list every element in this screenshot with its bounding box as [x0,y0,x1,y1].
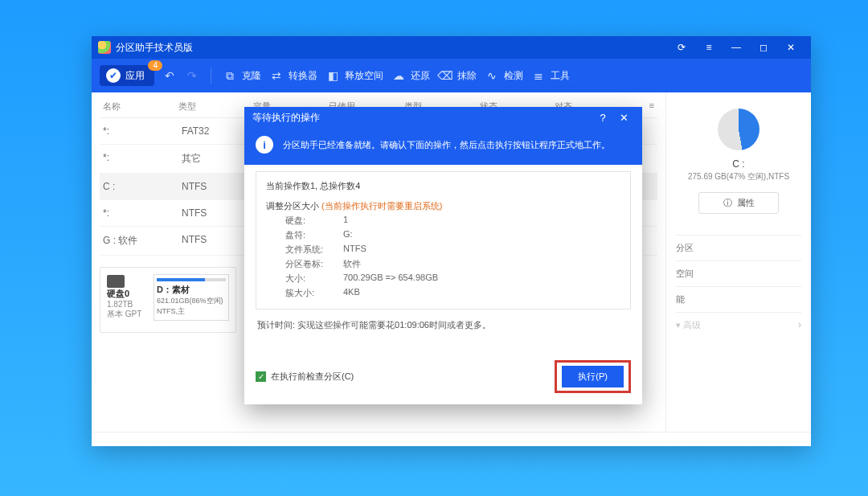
info-circle-icon: i [256,136,273,154]
redo-icon[interactable]: ↷ [185,68,199,83]
dialog-footer: ✓ 在执行前检查分区(C) 执行(P) [244,352,642,404]
tool-freespace[interactable]: ◧释放空间 [326,68,383,83]
toolbar: ✔ 应用 4 ↶ ↷ ⧉克隆 ⇄转换器 ◧释放空间 ☁还原 ⌫抹除 ∿检测 ≣工… [92,59,811,92]
scrollbar[interactable] [617,174,628,307]
execute-button[interactable]: 执行(P) [562,366,624,387]
drive-pie-icon [718,109,760,150]
kv-letter: 盘符:G: [285,229,620,241]
restore-icon: ☁ [391,68,406,83]
tool-restore-label: 还原 [411,69,430,83]
section-advanced[interactable]: ▾ 高级› [676,312,801,338]
dialog-body: 当前操作数1, 总操作数4 调整分区大小 (当前操作执行时需要重启系统) 硬盘:… [244,165,642,352]
disk-icon [107,275,125,288]
right-pane: C : 275.69 GB(47% 空闲),NTFS ⓘ 属性 分区 空间 能 … [666,92,811,432]
info-icon: ⓘ [723,197,732,209]
dialog-close-icon[interactable]: ✕ [613,112,634,124]
col-type[interactable]: 类型 [178,100,254,113]
disk0-vol-sub2: NTFS,主 [157,306,226,317]
right-sections: 分区 空间 能 ▾ 高级› [676,235,801,338]
disk0-vol-sub: 621.01GB(86%空闲) [157,296,226,306]
dialog-titlebar[interactable]: 等待执行的操作 ? ✕ [244,107,642,128]
check-before-exec-checkbox[interactable]: ✓ [256,371,266,382]
clone-icon: ⧉ [223,68,237,83]
tool-check[interactable]: ∿检测 [485,68,523,83]
menu-icon[interactable]: ≡ [695,39,723,56]
volume-bar [157,278,226,281]
freespace-icon: ◧ [326,68,340,83]
disk-card-0[interactable]: 硬盘0 1.82TB 基本 GPT D：素材 621.01GB(86%空闲) N… [100,267,236,333]
tool-clone-label: 克隆 [242,69,261,83]
disk0-cap: 1.82TB [107,300,147,309]
drive-summary: 275.69 GB(47% 空闲),NTFS [676,171,801,182]
minimize-icon[interactable]: ― [723,39,750,56]
tool-clone[interactable]: ⧉克隆 [223,68,261,83]
titlebar[interactable]: 分区助手技术员版 ⟳ ≡ ― ◻ ✕ [92,36,811,59]
apply-button[interactable]: ✔ 应用 4 [100,65,154,86]
tool-wipe[interactable]: ⌫抹除 [438,68,477,83]
restart-warning: (当前操作执行时需要重启系统) [321,201,442,211]
tool-tools[interactable]: ≣工具 [531,68,570,83]
disk0-vol-name: D：素材 [157,285,190,294]
section-space[interactable]: 空间 [676,260,801,286]
section-other[interactable]: 能 [676,286,801,312]
tool-freespace-label: 释放空间 [345,69,383,83]
dialog-banner: i 分区助手已经准备就绪。请确认下面的操作，然后点击执行按钮让程序正式地工作。 [244,128,642,165]
disk0-title: 硬盘0 [107,289,129,298]
tool-converter-label: 转换器 [289,69,317,83]
wipe-icon: ⌫ [438,68,452,83]
kv-disk: 硬盘:1 [285,215,620,227]
kv-label: 分区卷标:软件 [285,258,620,270]
dialog-banner-text: 分区助手已经准备就绪。请确认下面的操作，然后点击执行按钮让程序正式地工作。 [283,139,610,151]
op-resize: 调整分区大小 (当前操作执行时需要重启系统) [266,200,620,212]
converter-icon: ⇄ [269,68,284,83]
operations-box[interactable]: 当前操作数1, 总操作数4 调整分区大小 (当前操作执行时需要重启系统) 硬盘:… [256,171,631,309]
tools-icon: ≣ [531,68,546,83]
execute-highlight: 执行(P) [555,360,631,393]
op-count: 当前操作数1, 总操作数4 [266,180,620,192]
pending-operations-dialog: 等待执行的操作 ? ✕ i 分区助手已经准备就绪。请确认下面的操作，然后点击执行… [244,107,642,404]
properties-button[interactable]: ⓘ 属性 [698,192,779,214]
apply-label: 应用 [125,69,145,83]
close-icon[interactable]: ✕ [777,39,805,56]
properties-label: 属性 [737,197,755,209]
section-partition[interactable]: 分区 [676,235,801,260]
estimate-text: 预计时间: 实现这些操作可能需要花01:09:06时间或者更多。 [257,319,629,331]
tool-check-label: 检测 [504,69,523,83]
dialog-title: 等待执行的操作 [252,111,320,125]
tool-restore[interactable]: ☁还原 [391,68,430,83]
kv-fs: 文件系统:NTFS [285,244,620,256]
app-icon [98,41,111,54]
disk0-scheme: 基本 GPT [107,309,147,320]
kv-cluster: 簇大小:4KB [285,287,620,299]
app-title: 分区助手技术员版 [116,41,193,55]
statusbar [92,432,811,446]
check-icon: ∿ [485,68,499,83]
drive-title: C : [676,158,801,170]
tool-tools-label: 工具 [551,69,570,83]
check-before-exec-label[interactable]: 在执行前检查分区(C) [271,371,354,383]
col-name[interactable]: 名称 [103,100,178,113]
check-circle-icon: ✔ [106,68,121,83]
help-icon[interactable]: ? [592,112,613,124]
maximize-icon[interactable]: ◻ [750,39,777,56]
tool-wipe-label: 抹除 [457,69,477,83]
chevron-right-icon: › [798,319,801,331]
refresh-icon[interactable]: ⟳ [668,39,695,56]
undo-icon[interactable]: ↶ [162,68,177,83]
pending-count-badge: 4 [148,60,162,71]
tool-converter[interactable]: ⇄转换器 [269,68,317,83]
kv-size: 大小:700.29GB => 654.98GB [285,273,620,285]
